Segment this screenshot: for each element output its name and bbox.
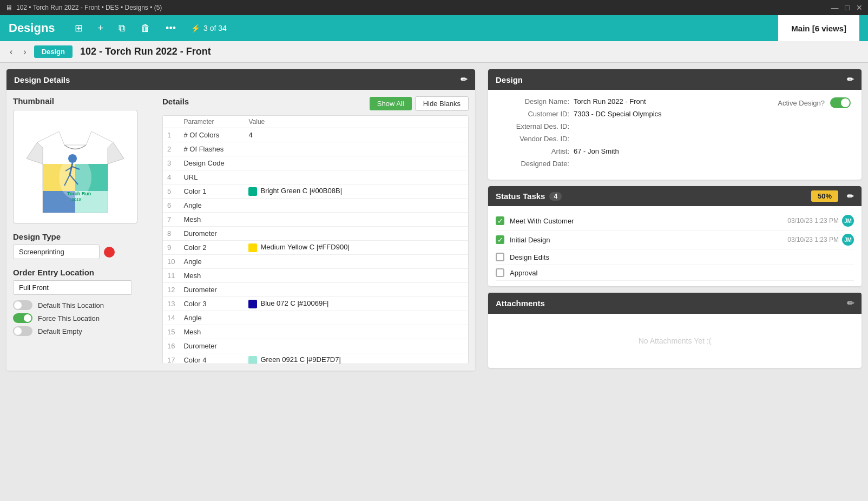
status-tasks-body: ✓Meet With Customer03/10/23 1:23 PMJM✓In… bbox=[488, 206, 862, 286]
window-controls[interactable]: — □ ✕ bbox=[831, 3, 863, 12]
table-row: 13Color 3Blue 072 C |#10069F| bbox=[163, 297, 468, 311]
row-value bbox=[244, 199, 468, 213]
row-number: 1 bbox=[163, 128, 179, 142]
row-param: Durometer bbox=[179, 283, 244, 297]
row-value bbox=[244, 339, 468, 353]
row-number: 4 bbox=[163, 170, 179, 184]
details-title: Details bbox=[162, 97, 189, 106]
active-design-toggle[interactable] bbox=[830, 97, 851, 108]
default-empty-label: Default Empty bbox=[38, 327, 82, 335]
design-info-card: Design ✏ Design Name: Torch Run 2022 - F… bbox=[488, 69, 862, 180]
nav-forward-button[interactable]: › bbox=[20, 46, 29, 58]
close-btn[interactable]: ✕ bbox=[856, 3, 863, 12]
table-row: 4URL bbox=[163, 170, 468, 184]
design-details-card: Design Details ✏ Thumbnail bbox=[6, 69, 475, 371]
maximize-btn[interactable]: □ bbox=[845, 3, 850, 12]
force-location-toggle[interactable] bbox=[13, 313, 32, 323]
task-checkbox[interactable]: ✓ bbox=[496, 235, 504, 244]
status-tasks-title: Status Tasks bbox=[496, 192, 545, 201]
design-name-value: Torch Run 2022 - Front bbox=[574, 97, 646, 106]
details-right: Details Show All Hide Blanks Parameter V… bbox=[162, 96, 469, 364]
table-row: 12Durometer bbox=[163, 283, 468, 297]
status-edit-icon[interactable]: ✏ bbox=[847, 192, 854, 201]
row-number: 7 bbox=[163, 213, 179, 227]
row-number: 6 bbox=[163, 199, 179, 213]
more-options-button[interactable]: ••• bbox=[161, 21, 180, 36]
row-value bbox=[244, 325, 468, 339]
design-name-row: Design Name: Torch Run 2022 - Front bbox=[499, 97, 662, 106]
table-row: 14Angle bbox=[163, 311, 468, 325]
minimize-btn[interactable]: — bbox=[831, 3, 839, 12]
shirt-svg: Torch Run 2019 bbox=[21, 115, 129, 218]
row-value bbox=[244, 142, 468, 156]
row-param: # Of Flashes bbox=[179, 142, 244, 156]
row-value: Bright Green C |#00B08B| bbox=[244, 184, 468, 199]
task-date: 03/10/23 1:23 PM bbox=[787, 236, 839, 243]
row-value bbox=[244, 255, 468, 269]
row-number: 13 bbox=[163, 297, 179, 311]
design-info-header: Design ✏ bbox=[488, 69, 862, 90]
task-name: Design Edits bbox=[510, 253, 854, 261]
app-icon: 🖥 bbox=[5, 3, 13, 12]
thumbnail-image: Torch Run 2019 bbox=[13, 110, 137, 223]
row-value bbox=[244, 311, 468, 325]
main-view-tab[interactable]: Main [6 views] bbox=[778, 15, 859, 41]
app-title: Designs bbox=[9, 21, 55, 35]
status-progress: 50% bbox=[811, 190, 838, 202]
row-number: 15 bbox=[163, 325, 179, 339]
attachments-header: Attachments ✏ bbox=[488, 293, 862, 314]
design-details-edit-icon[interactable]: ✏ bbox=[461, 75, 468, 84]
color-swatch bbox=[248, 243, 257, 252]
task-checkbox[interactable] bbox=[496, 268, 504, 277]
table-row: 15Mesh bbox=[163, 325, 468, 339]
default-location-toggle[interactable] bbox=[13, 300, 32, 310]
delete-button[interactable]: 🗑 bbox=[136, 21, 155, 36]
design-card-edit-icon[interactable]: ✏ bbox=[847, 75, 854, 84]
artist-row: Artist: 67 - Jon Smith bbox=[499, 147, 662, 155]
task-checkbox[interactable]: ✓ bbox=[496, 216, 504, 225]
table-row: 17Color 4Green 0921 C |#9DE7D7| bbox=[163, 353, 468, 365]
toggle-row-force: Force This Location bbox=[13, 313, 154, 323]
show-all-button[interactable]: Show All bbox=[370, 97, 412, 110]
row-param: Color 2 bbox=[179, 241, 244, 255]
design-details-body: Thumbnail bbox=[6, 90, 475, 371]
col-parameter: Parameter bbox=[179, 116, 244, 128]
left-panel: Design Details ✏ Thumbnail bbox=[0, 63, 482, 501]
toggle-row-default: Default This Location bbox=[13, 300, 154, 310]
duplicate-button[interactable]: ⧉ bbox=[114, 21, 130, 36]
design-card-title: Design bbox=[496, 75, 523, 84]
attachments-card: Attachments ✏ No Attachments Yet :( bbox=[488, 293, 862, 368]
default-empty-toggle[interactable] bbox=[13, 326, 32, 336]
task-date: 03/10/23 1:23 PM bbox=[787, 217, 839, 225]
grid-view-button[interactable]: ⊞ bbox=[70, 20, 87, 36]
nav-back-button[interactable]: ‹ bbox=[6, 46, 16, 58]
row-number: 16 bbox=[163, 339, 179, 353]
row-param: # Of Colors bbox=[179, 128, 244, 142]
record-counter: ⚡ 3 of 34 bbox=[191, 24, 227, 32]
row-number: 14 bbox=[163, 311, 179, 325]
row-param: Angle bbox=[179, 255, 244, 269]
svg-marker-2 bbox=[108, 142, 124, 164]
toggle-knob bbox=[14, 301, 22, 309]
attachments-edit-icon[interactable]: ✏ bbox=[847, 298, 854, 308]
design-type-label: Design Type bbox=[13, 232, 154, 241]
table-row: 16Durometer bbox=[163, 339, 468, 353]
row-param: URL bbox=[179, 170, 244, 184]
table-row: 7Mesh bbox=[163, 213, 468, 227]
design-fields: Design Name: Torch Run 2022 - Front Cust… bbox=[499, 97, 662, 172]
design-info-body: Design Name: Torch Run 2022 - Front Cust… bbox=[488, 90, 862, 180]
task-row: ✓Initial Design03/10/23 1:23 PMJM bbox=[496, 230, 854, 249]
task-row: Design Edits bbox=[496, 249, 854, 265]
hide-blanks-button[interactable]: Hide Blanks bbox=[415, 96, 469, 111]
task-avatar: JM bbox=[842, 234, 854, 246]
table-row: 8Durometer bbox=[163, 227, 468, 241]
table-row: 2# Of Flashes bbox=[163, 142, 468, 156]
add-button[interactable]: + bbox=[94, 21, 108, 36]
row-value: Medium Yellow C |#FFD900| bbox=[244, 241, 468, 255]
thumbnail-section: Thumbnail bbox=[13, 96, 154, 364]
task-checkbox[interactable] bbox=[496, 253, 504, 261]
order-entry-input[interactable] bbox=[13, 280, 132, 295]
design-badge[interactable]: Design bbox=[34, 45, 73, 58]
design-details-header: Design Details ✏ bbox=[6, 69, 475, 90]
design-type-input[interactable] bbox=[13, 245, 100, 259]
